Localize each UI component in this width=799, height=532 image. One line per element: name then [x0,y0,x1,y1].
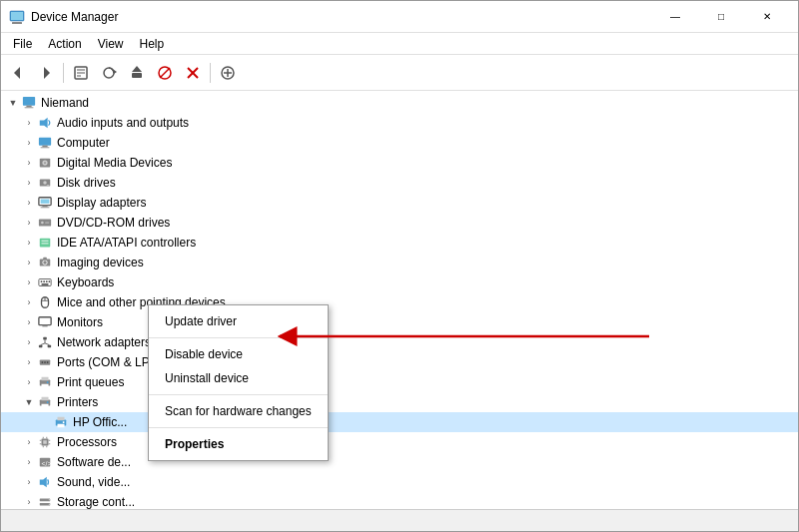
print-queues-label: Print queues [57,375,124,389]
svg-rect-11 [132,73,142,78]
menu-action[interactable]: Action [40,35,89,53]
ctx-sep-1 [149,337,328,338]
tree-item-audio[interactable]: › Audio inputs and outputs [1,113,798,133]
svg-rect-92 [40,499,51,502]
window-icon [9,9,25,25]
svg-rect-58 [39,345,43,348]
tree-item-mice[interactable]: › Mice and other pointing devices [1,292,798,312]
ide-icon [37,235,53,251]
svg-marker-91 [40,477,47,488]
disable-device-menu-item[interactable]: Disable device [149,342,328,366]
display-label: Display adapters [57,196,146,210]
monitors-expand-icon: › [21,314,37,330]
maximize-button[interactable]: □ [698,1,744,33]
svg-point-65 [44,361,46,363]
software-dev-expand-icon: › [21,454,37,470]
network-expand-icon: › [21,334,37,350]
tree-item-keyboards[interactable]: › Keyboards [1,272,798,292]
processors-icon [37,434,53,450]
title-bar-controls: — □ ✕ [652,1,790,33]
tree-item-dvd[interactable]: › DVD/CD-ROM drives [1,213,798,233]
svg-point-66 [47,361,49,363]
add-device-toolbar-button[interactable] [215,60,241,86]
hp-office-icon [53,414,69,430]
tree-item-ide[interactable]: › IDE ATA/ATAPI controllers [1,233,798,253]
tree-item-digital-media[interactable]: › Digital Media Devices [1,153,798,173]
computer-expand-icon: › [21,135,37,151]
svg-rect-77 [58,424,65,428]
properties-toolbar-button[interactable] [68,60,94,86]
close-button[interactable]: ✕ [744,1,790,33]
disk-label: Disk drives [57,176,116,190]
tree-item-monitors[interactable]: › Monitors [1,312,798,332]
dvd-expand-icon: › [21,215,37,231]
tree-item-ports[interactable]: › Ports (COM & LPT) [1,352,798,372]
tree-item-disk[interactable]: › Disk drives [1,173,798,193]
mice-expand-icon: › [21,294,37,310]
digital-media-icon [37,155,53,171]
svg-rect-36 [41,200,50,204]
svg-rect-76 [58,417,65,421]
update-driver-toolbar-button[interactable] [124,60,150,86]
menu-file[interactable]: File [5,35,40,53]
tree-root[interactable]: ▼ Niemand [1,93,798,113]
tree-item-sound[interactable]: › Sound, vide... [1,472,798,492]
printers-icon [37,394,53,410]
display-icon [37,195,53,211]
minimize-button[interactable]: — [652,1,698,33]
uninstall-device-menu-item[interactable]: Uninstall device [149,366,328,390]
svg-rect-22 [25,107,34,108]
svg-rect-51 [42,283,49,285]
context-menu: Update driver Disable device Uninstall d… [148,304,329,461]
tree-item-display[interactable]: › Display adapters [1,193,798,213]
print-queues-icon [37,374,53,390]
root-label: Niemand [41,96,89,110]
keyboard-icon [37,274,53,290]
tree-area[interactable]: ▼ Niemand › Audio inputs and outputs [1,91,798,509]
dvd-icon [37,215,53,231]
scan-hardware-menu-item[interactable]: Scan for hardware changes [149,399,328,423]
tree-item-imaging[interactable]: › Imaging devices [1,253,798,272]
menu-help[interactable]: Help [132,35,173,53]
title-bar: Device Manager — □ ✕ [1,1,798,33]
scan-hardware-toolbar-button[interactable] [96,60,122,86]
ports-label: Ports (COM & LPT) [57,355,161,369]
keyboards-expand-icon: › [21,274,37,290]
svg-rect-73 [42,404,49,408]
monitors-label: Monitors [57,315,103,329]
update-driver-menu-item[interactable]: Update driver [149,309,328,333]
svg-rect-24 [39,138,51,146]
svg-marker-4 [44,67,50,79]
svg-marker-10 [114,70,117,74]
properties-menu-item[interactable]: Properties [149,432,328,456]
disable-toolbar-button[interactable] [152,60,178,86]
back-button[interactable] [5,60,31,86]
svg-rect-20 [23,97,35,106]
tree-item-hp-office[interactable]: › HP Offic... [1,412,798,432]
computer-icon [21,95,37,111]
tree-item-network[interactable]: › Network adapters [1,332,798,352]
svg-text:</>: </> [42,460,52,467]
tree-item-print-queues[interactable]: › Print queues [1,372,798,392]
tree-item-processors[interactable]: › Processors [1,432,798,452]
menu-view[interactable]: View [90,35,132,53]
svg-rect-70 [47,381,49,383]
svg-rect-93 [40,503,51,506]
tree-item-computer[interactable]: › Computer [1,133,798,153]
uninstall-toolbar-button[interactable] [180,60,206,86]
disk-icon [37,175,53,191]
sound-expand-icon: › [21,474,37,490]
toolbar-sep-1 [63,63,64,83]
tree-item-printers[interactable]: ▼ Printers [1,392,798,412]
svg-rect-72 [42,397,49,401]
monitors-icon [37,314,53,330]
svg-rect-49 [46,280,48,282]
forward-button[interactable] [33,60,59,86]
svg-line-61 [41,343,45,345]
tree-item-storage[interactable]: › Storage cont... [1,492,798,509]
print-queues-expand-icon: › [21,374,37,390]
ctx-sep-2 [149,394,328,395]
svg-rect-35 [41,207,50,208]
tree-item-software-dev[interactable]: › </> Software de... [1,452,798,472]
svg-line-14 [160,68,170,78]
